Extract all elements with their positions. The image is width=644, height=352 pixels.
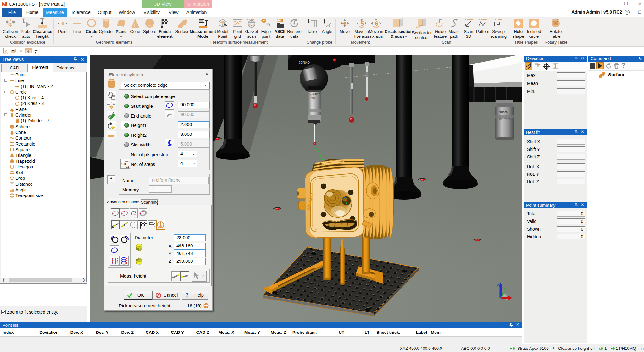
- svg-text:6: 6: [375, 20, 378, 27]
- svg-text:CMM03: CMM03: [299, 61, 310, 64]
- svg-text:MITUTOYO: MITUTOYO: [499, 118, 511, 120]
- svg-text:SH60M: SH60M: [499, 111, 508, 114]
- svg-text:Z: Z: [497, 282, 500, 287]
- svg-text:+0.1: +0.1: [125, 160, 130, 163]
- svg-text:Y: Y: [504, 287, 507, 291]
- svg-text:5: 5: [360, 20, 364, 27]
- svg-text:X: X: [513, 298, 516, 302]
- svg-text:-0.1: -0.1: [125, 165, 129, 168]
